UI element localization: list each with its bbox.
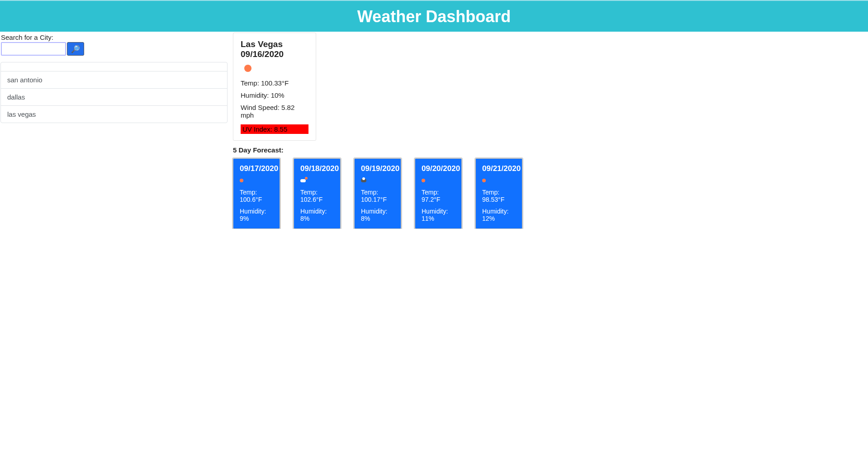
sidebar: Search for a City: 🔎 san antonio dallas … (0, 32, 228, 123)
search-row: 🔎 (1, 42, 228, 56)
current-temp: Temp: 100.33°F (241, 79, 308, 87)
forecast-humidity: Humidity: 11% (422, 208, 456, 222)
forecast-card: 09/19/2020 Temp: 100.17°F Humidity: 8% (354, 158, 401, 229)
forecast-icon (240, 176, 274, 184)
history-item[interactable]: san antonio (1, 71, 227, 89)
main-panel: Las Vegas 09/16/2020 Temp: 100.33°F Humi… (228, 32, 522, 229)
search-input[interactable] (1, 42, 66, 56)
forecast-date: 09/20/2020 (422, 164, 456, 173)
app-header: Weather Dashboard (0, 0, 868, 32)
forecast-card: 09/18/2020 Temp: 102.6°F Humidity: 8% (294, 158, 341, 229)
current-uv-badge: UV Index: 8.55 (241, 124, 308, 134)
history-item[interactable]: dallas (1, 89, 227, 106)
content-area: Search for a City: 🔎 san antonio dallas … (0, 32, 868, 229)
sun-icon (244, 65, 251, 72)
search-label: Search for a City: (1, 33, 228, 41)
cloud-sun-icon (300, 178, 307, 182)
forecast-date: 09/18/2020 (300, 164, 335, 173)
forecast-temp: Temp: 98.53°F (482, 189, 517, 203)
forecast-humidity: Humidity: 8% (361, 208, 395, 222)
forecast-icon (300, 176, 335, 184)
history-blank-row (1, 62, 227, 71)
forecast-temp: Temp: 97.2°F (422, 189, 456, 203)
current-humidity: Humidity: 10% (241, 91, 308, 99)
sun-icon (240, 179, 243, 182)
current-weather-card: Las Vegas 09/16/2020 Temp: 100.33°F Humi… (233, 33, 316, 141)
forecast-humidity: Humidity: 9% (240, 208, 274, 222)
forecast-date: 09/19/2020 (361, 164, 395, 173)
search-icon: 🔎 (71, 45, 80, 53)
forecast-row: 09/17/2020 Temp: 100.6°F Humidity: 9% 09… (233, 158, 522, 229)
forecast-humidity: Humidity: 12% (482, 208, 517, 222)
cloud-icon (361, 179, 366, 182)
forecast-icon (422, 176, 456, 184)
forecast-temp: Temp: 100.17°F (361, 189, 395, 203)
forecast-humidity: Humidity: 8% (300, 208, 335, 222)
forecast-card: 09/21/2020 Temp: 98.53°F Humidity: 12% (475, 158, 522, 229)
history-item[interactable]: las vegas (1, 106, 227, 123)
forecast-card: 09/20/2020 Temp: 97.2°F Humidity: 11% (415, 158, 462, 229)
current-city-date: Las Vegas 09/16/2020 (241, 39, 308, 59)
app-title: Weather Dashboard (0, 7, 868, 26)
sun-icon (482, 179, 486, 182)
forecast-temp: Temp: 102.6°F (300, 189, 335, 203)
search-button[interactable]: 🔎 (67, 42, 84, 56)
search-history-list: san antonio dallas las vegas (0, 62, 228, 123)
forecast-temp: Temp: 100.6°F (240, 189, 274, 203)
forecast-card: 09/17/2020 Temp: 100.6°F Humidity: 9% (233, 158, 280, 229)
forecast-title: 5 Day Forecast: (233, 146, 522, 154)
current-wind: Wind Speed: 5.82 mph (241, 104, 308, 119)
forecast-icon (361, 176, 395, 184)
sun-icon (422, 179, 425, 182)
forecast-date: 09/17/2020 (240, 164, 274, 173)
forecast-icon (482, 176, 517, 184)
current-weather-icon (244, 65, 308, 74)
forecast-date: 09/21/2020 (482, 164, 517, 173)
